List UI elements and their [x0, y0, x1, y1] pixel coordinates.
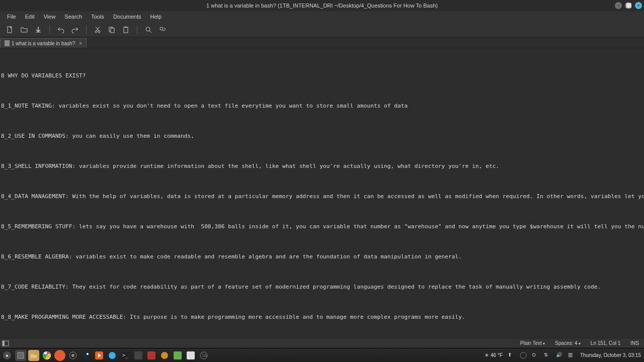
svg-point-19 [109, 352, 116, 359]
window-title: 1 what is a variable in bash? (1TB_INTER… [206, 3, 438, 9]
paste-button[interactable] [120, 24, 132, 36]
svg-rect-6 [125, 27, 127, 28]
svg-rect-25 [174, 351, 182, 359]
svg-rect-11 [18, 352, 24, 358]
menu-view[interactable]: View [40, 12, 60, 21]
document-tab[interactable]: 1 what is a variable in bash? × [0, 38, 87, 48]
undo-button[interactable] [55, 24, 67, 36]
volume-icon[interactable]: 🔊 [556, 352, 563, 359]
steam-icon[interactable] [80, 350, 92, 361]
svg-rect-5 [124, 27, 128, 33]
syntax-selector[interactable]: Plain Text [515, 340, 550, 346]
menu-file[interactable]: File [3, 12, 20, 21]
svg-rect-10 [3, 341, 5, 346]
find-replace-button[interactable] [156, 24, 169, 36]
open-file-button[interactable] [18, 24, 30, 36]
terminal-icon[interactable]: >_ [120, 350, 131, 361]
app-icon[interactable] [107, 350, 118, 361]
svg-point-17 [87, 353, 89, 355]
toolbar-separator [137, 25, 137, 34]
menu-tools[interactable]: Tools [87, 12, 108, 21]
obs-tray-icon[interactable] [520, 352, 527, 359]
menu-edit[interactable]: Edit [21, 12, 39, 21]
toolbar-separator [86, 25, 87, 34]
svg-point-16 [83, 352, 90, 359]
app-icon[interactable] [67, 350, 78, 361]
toolbar-separator [49, 25, 50, 34]
redo-button[interactable] [69, 24, 81, 36]
tray-icon[interactable]: ⬆ [508, 352, 515, 359]
network-icon[interactable]: ⇅ [544, 352, 551, 359]
indent-selector[interactable]: Spaces: 4 [550, 340, 586, 346]
svg-rect-22 [134, 351, 142, 359]
app-icon[interactable] [172, 350, 183, 361]
app-icon[interactable] [133, 350, 144, 361]
document-icon [5, 40, 10, 46]
cursor-position[interactable]: Ln 151, Col 1 [586, 340, 626, 346]
media-player-icon[interactable] [94, 350, 105, 361]
window-titlebar: 1 what is a variable in bash? (1TB_INTER… [0, 0, 644, 11]
insert-mode[interactable]: INS [625, 340, 644, 346]
menu-search[interactable]: Search [60, 12, 86, 21]
system-tray: ☀ 46 °F ⬆ ⊙ ⇅ 🔊 ▥ Thursday, October 3, 0… [485, 352, 641, 359]
app-icon[interactable]: lm [198, 350, 209, 361]
tab-close-button[interactable]: × [79, 41, 82, 46]
new-file-button[interactable] [4, 24, 16, 36]
file-manager-icon[interactable] [28, 350, 39, 361]
sidebar-toggle-icon[interactable] [0, 340, 9, 347]
tray-icon[interactable]: ▥ [568, 352, 575, 359]
app-icon[interactable] [159, 350, 170, 361]
find-button[interactable] [142, 24, 154, 36]
chrome-icon[interactable] [41, 350, 52, 361]
text-editor[interactable]: 8 WHY DO VARIABLES EXIST? 8_1_NOTE TAKIN… [0, 48, 644, 338]
window-close-button[interactable]: × [635, 2, 642, 9]
svg-rect-26 [187, 351, 195, 359]
app-icon[interactable] [185, 350, 196, 361]
menu-help[interactable]: Help [146, 12, 166, 21]
save-file-button[interactable] [32, 24, 44, 36]
app-icon[interactable] [54, 350, 65, 361]
toolbar [0, 22, 644, 37]
svg-point-15 [71, 354, 74, 357]
svg-rect-23 [147, 351, 155, 359]
svg-text:>_: >_ [122, 352, 129, 358]
taskbar-app-icon[interactable] [15, 350, 26, 361]
cut-button[interactable] [92, 24, 104, 36]
svg-point-24 [161, 352, 168, 359]
tab-label: 1 what is a variable in bash? [12, 41, 75, 46]
start-menu-button[interactable]: ◆ [3, 351, 11, 359]
svg-point-7 [146, 27, 150, 31]
menu-documents[interactable]: Documents [109, 12, 145, 21]
weather-widget[interactable]: ☀ 46 °F [485, 352, 503, 358]
svg-text:lm: lm [202, 353, 207, 358]
window-minimize-button[interactable]: – [615, 2, 622, 9]
tab-bar: 1 what is a variable in bash? × [0, 37, 644, 48]
tray-icon[interactable]: ⊙ [532, 352, 539, 359]
app-icon[interactable] [146, 350, 157, 361]
svg-point-29 [520, 352, 526, 358]
status-bar: Plain Text Spaces: 4 Ln 151, Col 1 INS [0, 338, 644, 348]
taskbar: ◆ >_ lm ☀ 46 °F ⬆ ⊙ ⇅ 🔊 ▥ Thursday, Octo… [0, 348, 644, 362]
svg-point-2 [98, 31, 100, 33]
menubar: File Edit View Search Tools Documents He… [0, 11, 644, 22]
window-maximize-button[interactable]: ⬜ [625, 2, 632, 9]
clock[interactable]: Thursday, October 3, 03:15 [580, 352, 641, 358]
svg-rect-4 [111, 28, 114, 33]
svg-point-1 [95, 31, 97, 33]
copy-button[interactable] [106, 24, 118, 36]
